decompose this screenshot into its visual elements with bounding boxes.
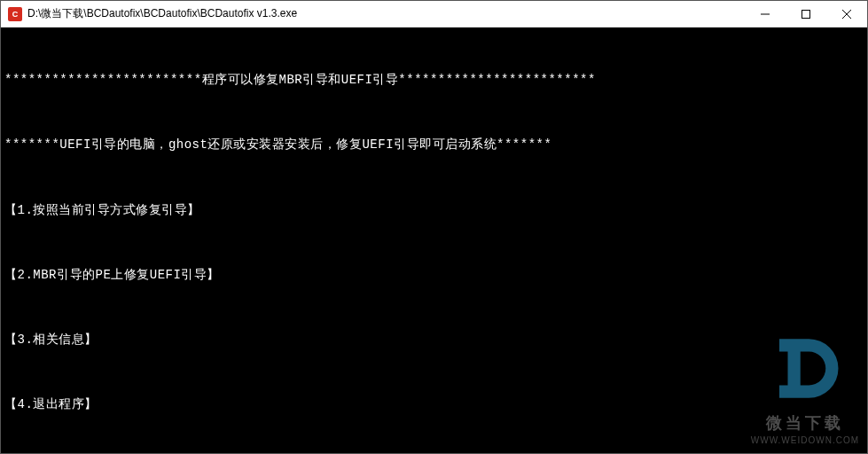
console-line: *******UEFI引导的电脑，ghost还原或安装器安装后，修复UEFI引导… bbox=[1, 132, 867, 159]
console-line: *************************程序可以修复MBR引导和UEF… bbox=[1, 67, 867, 94]
console-area[interactable]: *************************程序可以修复MBR引导和UEF… bbox=[1, 27, 867, 453]
console-line: 【4.退出程序】 bbox=[1, 392, 867, 419]
console-line: 【3.相关信息】 bbox=[1, 327, 867, 354]
svg-rect-0 bbox=[802, 10, 810, 18]
maximize-button[interactable] bbox=[786, 1, 826, 27]
app-icon: C bbox=[8, 7, 22, 21]
app-window: C D:\微当下载\BCDautofix\BCDautofix\BCDautof… bbox=[0, 0, 868, 454]
minimize-button[interactable] bbox=[745, 1, 786, 27]
console-line: 【1.按照当前引导方式修复引导】 bbox=[1, 198, 867, 224]
close-button[interactable] bbox=[826, 1, 867, 27]
window-title: D:\微当下载\BCDautofix\BCDautofix\BCDautofix… bbox=[27, 6, 745, 21]
titlebar[interactable]: C D:\微当下载\BCDautofix\BCDautofix\BCDautof… bbox=[1, 1, 867, 27]
console-line: 【2.MBR引导的PE上修复UEFI引导】 bbox=[1, 262, 867, 289]
window-controls bbox=[745, 1, 867, 27]
